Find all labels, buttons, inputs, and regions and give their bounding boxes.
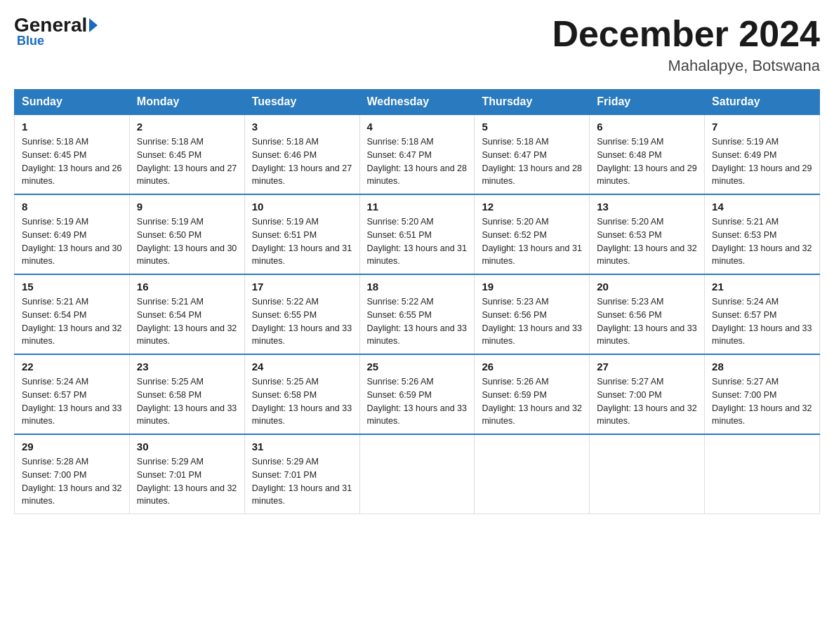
day-number: 16	[137, 281, 237, 293]
day-info: Sunrise: 5:21 AMSunset: 6:54 PMDaylight:…	[22, 295, 122, 348]
logo-triangle-icon	[89, 18, 98, 32]
day-number: 9	[137, 201, 237, 213]
calendar-cell: 28Sunrise: 5:27 AMSunset: 7:00 PMDayligh…	[705, 354, 820, 434]
calendar-cell: 20Sunrise: 5:23 AMSunset: 6:56 PMDayligh…	[590, 274, 705, 354]
calendar-cell: 15Sunrise: 5:21 AMSunset: 6:54 PMDayligh…	[15, 274, 130, 354]
header-monday: Monday	[129, 90, 244, 115]
calendar-cell	[590, 434, 705, 514]
calendar-cell: 21Sunrise: 5:24 AMSunset: 6:57 PMDayligh…	[705, 274, 820, 354]
day-number: 23	[137, 361, 237, 373]
header-tuesday: Tuesday	[244, 90, 359, 115]
calendar-cell	[359, 434, 475, 514]
day-number: 8	[22, 201, 122, 213]
calendar-cell: 2Sunrise: 5:18 AMSunset: 6:45 PMDaylight…	[129, 114, 244, 194]
calendar-cell: 7Sunrise: 5:19 AMSunset: 6:49 PMDaylight…	[705, 114, 820, 194]
day-info: Sunrise: 5:25 AMSunset: 6:58 PMDaylight:…	[252, 375, 352, 428]
day-info: Sunrise: 5:26 AMSunset: 6:59 PMDaylight:…	[367, 375, 468, 428]
calendar-cell: 26Sunrise: 5:26 AMSunset: 6:59 PMDayligh…	[475, 354, 590, 434]
calendar-cell: 29Sunrise: 5:28 AMSunset: 7:00 PMDayligh…	[15, 434, 130, 514]
day-number: 30	[137, 441, 237, 452]
day-number: 27	[597, 361, 697, 373]
day-info: Sunrise: 5:18 AMSunset: 6:45 PMDaylight:…	[22, 135, 122, 188]
logo-blue-text: Blue	[14, 34, 44, 48]
calendar-week-row: 29Sunrise: 5:28 AMSunset: 7:00 PMDayligh…	[15, 434, 820, 514]
day-info: Sunrise: 5:24 AMSunset: 6:57 PMDaylight:…	[712, 295, 812, 348]
title-section: December 2024 Mahalapye, Botswana	[552, 14, 820, 75]
calendar-cell: 23Sunrise: 5:25 AMSunset: 6:58 PMDayligh…	[129, 354, 244, 434]
header-wednesday: Wednesday	[359, 90, 475, 115]
calendar-cell: 24Sunrise: 5:25 AMSunset: 6:58 PMDayligh…	[244, 354, 359, 434]
calendar-cell: 31Sunrise: 5:29 AMSunset: 7:01 PMDayligh…	[244, 434, 359, 514]
header-friday: Friday	[590, 90, 705, 115]
day-info: Sunrise: 5:21 AMSunset: 6:54 PMDaylight:…	[137, 295, 237, 348]
calendar-cell: 17Sunrise: 5:22 AMSunset: 6:55 PMDayligh…	[244, 274, 359, 354]
day-number: 14	[712, 201, 812, 213]
day-info: Sunrise: 5:26 AMSunset: 6:59 PMDaylight:…	[482, 375, 582, 428]
calendar-table: SundayMondayTuesdayWednesdayThursdayFrid…	[14, 89, 820, 514]
day-number: 25	[367, 361, 468, 373]
calendar-cell: 5Sunrise: 5:18 AMSunset: 6:47 PMDaylight…	[475, 114, 590, 194]
day-info: Sunrise: 5:23 AMSunset: 6:56 PMDaylight:…	[482, 295, 582, 348]
day-number: 12	[482, 201, 582, 213]
day-info: Sunrise: 5:23 AMSunset: 6:56 PMDaylight:…	[597, 295, 697, 348]
day-number: 20	[597, 281, 697, 293]
day-info: Sunrise: 5:18 AMSunset: 6:46 PMDaylight:…	[252, 135, 352, 188]
day-number: 13	[597, 201, 697, 213]
calendar-cell: 3Sunrise: 5:18 AMSunset: 6:46 PMDaylight…	[244, 114, 359, 194]
day-number: 11	[367, 201, 468, 213]
location-subtitle: Mahalapye, Botswana	[552, 57, 820, 75]
day-info: Sunrise: 5:22 AMSunset: 6:55 PMDaylight:…	[252, 295, 352, 348]
logo: General Blue	[14, 14, 100, 48]
day-info: Sunrise: 5:20 AMSunset: 6:53 PMDaylight:…	[597, 215, 697, 268]
day-info: Sunrise: 5:19 AMSunset: 6:49 PMDaylight:…	[22, 215, 122, 268]
day-number: 24	[252, 361, 352, 373]
day-number: 29	[22, 441, 122, 452]
day-info: Sunrise: 5:25 AMSunset: 6:58 PMDaylight:…	[137, 375, 237, 428]
calendar-cell: 25Sunrise: 5:26 AMSunset: 6:59 PMDayligh…	[359, 354, 475, 434]
calendar-header-row: SundayMondayTuesdayWednesdayThursdayFrid…	[15, 90, 820, 115]
calendar-cell: 22Sunrise: 5:24 AMSunset: 6:57 PMDayligh…	[15, 354, 130, 434]
calendar-cell: 6Sunrise: 5:19 AMSunset: 6:48 PMDaylight…	[590, 114, 705, 194]
day-info: Sunrise: 5:22 AMSunset: 6:55 PMDaylight:…	[367, 295, 468, 348]
calendar-cell: 13Sunrise: 5:20 AMSunset: 6:53 PMDayligh…	[590, 194, 705, 274]
day-number: 2	[137, 121, 237, 133]
header-thursday: Thursday	[475, 90, 590, 115]
day-number: 26	[482, 361, 582, 373]
day-info: Sunrise: 5:19 AMSunset: 6:48 PMDaylight:…	[597, 135, 697, 188]
header-sunday: Sunday	[15, 90, 130, 115]
calendar-cell: 1Sunrise: 5:18 AMSunset: 6:45 PMDaylight…	[15, 114, 130, 194]
day-info: Sunrise: 5:18 AMSunset: 6:47 PMDaylight:…	[367, 135, 468, 188]
day-info: Sunrise: 5:18 AMSunset: 6:47 PMDaylight:…	[482, 135, 582, 188]
day-number: 21	[712, 281, 812, 293]
calendar-cell: 19Sunrise: 5:23 AMSunset: 6:56 PMDayligh…	[475, 274, 590, 354]
day-number: 7	[712, 121, 812, 133]
calendar-cell: 14Sunrise: 5:21 AMSunset: 6:53 PMDayligh…	[705, 194, 820, 274]
day-number: 1	[22, 121, 122, 133]
calendar-cell	[705, 434, 820, 514]
calendar-cell: 9Sunrise: 5:19 AMSunset: 6:50 PMDaylight…	[129, 194, 244, 274]
calendar-cell: 10Sunrise: 5:19 AMSunset: 6:51 PMDayligh…	[244, 194, 359, 274]
calendar-cell: 27Sunrise: 5:27 AMSunset: 7:00 PMDayligh…	[590, 354, 705, 434]
day-number: 4	[367, 121, 468, 133]
calendar-cell	[475, 434, 590, 514]
day-info: Sunrise: 5:29 AMSunset: 7:01 PMDaylight:…	[137, 455, 237, 508]
calendar-week-row: 22Sunrise: 5:24 AMSunset: 6:57 PMDayligh…	[15, 354, 820, 434]
month-year-title: December 2024	[552, 14, 820, 54]
calendar-week-row: 15Sunrise: 5:21 AMSunset: 6:54 PMDayligh…	[15, 274, 820, 354]
day-info: Sunrise: 5:21 AMSunset: 6:53 PMDaylight:…	[712, 215, 812, 268]
day-info: Sunrise: 5:28 AMSunset: 7:00 PMDaylight:…	[22, 455, 122, 508]
page-header: General Blue December 2024 Mahalapye, Bo…	[14, 14, 820, 75]
day-info: Sunrise: 5:24 AMSunset: 6:57 PMDaylight:…	[22, 375, 122, 428]
calendar-week-row: 1Sunrise: 5:18 AMSunset: 6:45 PMDaylight…	[15, 114, 820, 194]
day-info: Sunrise: 5:20 AMSunset: 6:52 PMDaylight:…	[482, 215, 582, 268]
day-number: 17	[252, 281, 352, 293]
calendar-cell: 16Sunrise: 5:21 AMSunset: 6:54 PMDayligh…	[129, 274, 244, 354]
day-info: Sunrise: 5:19 AMSunset: 6:49 PMDaylight:…	[712, 135, 812, 188]
day-number: 19	[482, 281, 582, 293]
day-info: Sunrise: 5:19 AMSunset: 6:50 PMDaylight:…	[137, 215, 237, 268]
calendar-cell: 4Sunrise: 5:18 AMSunset: 6:47 PMDaylight…	[359, 114, 475, 194]
day-number: 31	[252, 441, 352, 452]
day-info: Sunrise: 5:20 AMSunset: 6:51 PMDaylight:…	[367, 215, 468, 268]
calendar-cell: 8Sunrise: 5:19 AMSunset: 6:49 PMDaylight…	[15, 194, 130, 274]
calendar-cell: 11Sunrise: 5:20 AMSunset: 6:51 PMDayligh…	[359, 194, 475, 274]
